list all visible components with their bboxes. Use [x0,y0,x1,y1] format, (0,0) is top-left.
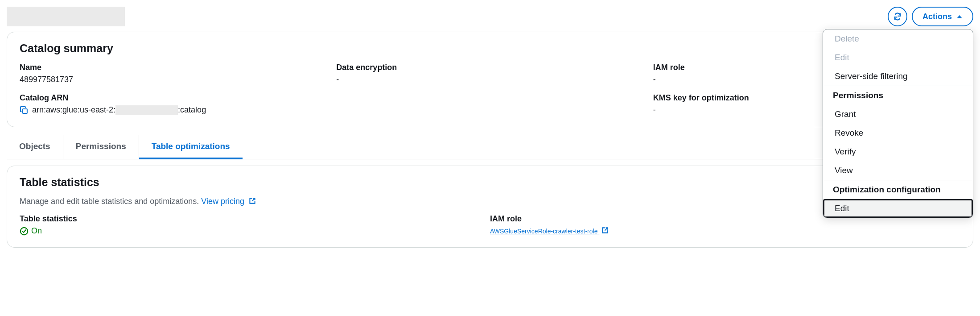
caret-up-icon [956,14,963,19]
dropdown-view[interactable]: View [823,161,973,180]
dropdown-verify[interactable]: Verify [823,142,973,161]
catalog-summary-title: Catalog summary [20,42,960,55]
arn-redacted [115,105,178,115]
data-encryption-value: - [336,75,634,84]
tab-permissions[interactable]: Permissions [63,135,139,159]
svg-rect-0 [23,109,27,113]
name-value: 489977581737 [20,75,318,84]
table-statistics-title: Table statistics [20,176,256,189]
actions-label: Actions [922,12,952,21]
actions-button[interactable]: Actions [912,7,973,26]
dropdown-optimization-edit[interactable]: Edit [823,199,973,218]
redacted-title [7,7,125,26]
tab-objects[interactable]: Objects [7,135,63,159]
check-circle-icon [20,227,29,236]
tab-table-optimizations[interactable]: Table optimizations [139,135,243,159]
iam-role-link[interactable]: AWSGlueServiceRole-crawler-test-role [490,228,609,235]
external-link-icon [248,197,256,205]
dropdown-revoke[interactable]: Revoke [823,124,973,142]
table-stats-label: Table statistics [20,214,490,224]
refresh-button[interactable] [888,7,907,26]
dropdown-optimization-header: Optimization configuration [823,180,973,199]
dropdown-delete: Delete [823,29,973,48]
data-encryption-label: Data encryption [336,63,634,72]
dropdown-permissions-header: Permissions [823,86,973,105]
catalog-arn-value: arn:aws:glue:us-east-2::catalog [32,105,206,115]
dropdown-server-side-filtering[interactable]: Server-side filtering [823,67,973,86]
view-pricing-link[interactable]: View pricing [201,197,256,206]
refresh-icon [893,12,902,21]
actions-dropdown: Delete Edit Server-side filtering Permis… [823,29,973,218]
copy-icon[interactable] [20,106,29,115]
status-on: On [20,226,490,236]
stats-description: Manage and edit table statistics and opt… [20,197,199,206]
dropdown-edit: Edit [823,48,973,67]
catalog-arn-label: Catalog ARN [20,93,318,103]
external-link-icon [601,226,609,234]
name-label: Name [20,63,318,72]
dropdown-grant[interactable]: Grant [823,105,973,124]
